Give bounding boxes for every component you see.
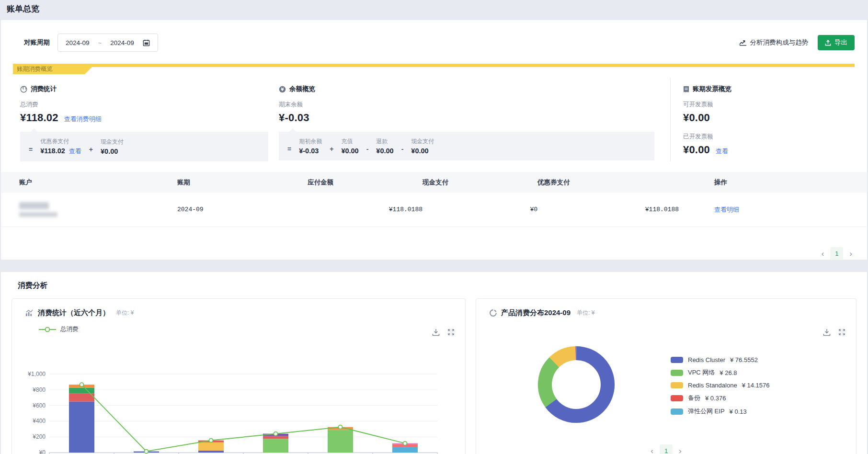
bar-segment[interactable] <box>69 393 94 401</box>
cash-cell: ¥0 <box>423 193 537 227</box>
balance-overview-panel: ¥ 余额概览 期末余额 ¥-0.03 = 期初余额 ¥-0.03 + 充值 ¥0… <box>279 78 670 161</box>
next-page-arrow[interactable]: › <box>677 447 683 454</box>
date-range-picker[interactable]: 2024-09 ~ 2024-09 <box>57 34 158 52</box>
invoice-icon <box>683 86 689 93</box>
download-icon[interactable] <box>432 329 440 338</box>
trend-chart-card: 消费统计（近六个月） 单位: ¥ 总消费 ¥0¥200¥400¥600¥800¥… <box>11 298 466 454</box>
fullscreen-icon[interactable] <box>447 329 455 338</box>
invoiced-view-link[interactable]: 查看 <box>716 147 728 156</box>
col-coupon: 优惠券支付 <box>537 172 679 193</box>
col-action: 操作 <box>679 172 867 193</box>
donut-chart-plot <box>533 341 620 428</box>
legend-value: ¥ 26.8 <box>720 369 737 376</box>
line-point[interactable] <box>274 432 278 436</box>
date-to-value[interactable]: 2024-09 <box>110 39 134 46</box>
svg-text:¥1,000: ¥1,000 <box>27 371 46 377</box>
pie-legend: Redis Cluster¥ 76.5552VPC 网络¥ 26.8Redis … <box>671 356 769 416</box>
pie-pagination: ‹ 1 › <box>476 444 856 454</box>
pie-legend-item[interactable]: Redis Standalone¥ 14.1576 <box>671 382 769 389</box>
legend-label: 备份 <box>688 394 700 402</box>
bar-segment[interactable] <box>263 436 288 439</box>
date-from-value[interactable]: 2024-09 <box>66 39 90 46</box>
invoiced-value: ¥0.00 <box>683 144 710 156</box>
invoiceable-value: ¥0.00 <box>683 112 710 124</box>
legend-label: VPC 网络 <box>688 368 715 377</box>
page-number[interactable]: 1 <box>830 247 843 260</box>
col-cash: 现金支付 <box>423 172 537 193</box>
bar-segment[interactable] <box>198 451 224 453</box>
bar-segment[interactable] <box>69 388 94 393</box>
account-cell <box>1 193 159 227</box>
balance-formula: = 期初余额 ¥-0.03 + 充值 ¥0.00 - 退款 ¥0.00 - 现金… <box>279 132 654 160</box>
coupon-pay-view-link[interactable]: 查看 <box>69 147 81 156</box>
legend-label: 弹性公网 EIP <box>688 407 725 416</box>
pie-legend-item[interactable]: 弹性公网 EIP¥ 0.13 <box>671 407 769 416</box>
pie-chart-title: 产品消费分布2024-09 <box>501 308 571 318</box>
legend-label: Redis Standalone <box>688 382 737 389</box>
account-redacted <box>19 202 49 209</box>
view-consumption-detail-link[interactable]: 查看消费明细 <box>64 115 102 124</box>
col-payable: 应付金额 <box>308 172 423 193</box>
pie-chart-card: 产品消费分布2024-09 单位: ¥ Redis Cluster¥ 76.55… <box>476 298 857 454</box>
table-pagination: ‹ 1 › <box>1 247 854 260</box>
trend-analyze-icon <box>739 39 747 46</box>
consumption-stats-panel: 消费统计 总消费 ¥118.02 查看消费明细 = 优惠券支付 ¥118.02 … <box>20 78 279 161</box>
analyze-trend-link[interactable]: 分析消费构成与趋势 <box>739 38 809 47</box>
table-header-row: 账户 账期 应付金额 现金支付 优惠券支付 操作 <box>1 172 867 193</box>
bar-segment[interactable] <box>392 447 418 453</box>
donut-chart-icon <box>490 309 497 317</box>
line-point[interactable] <box>209 439 213 443</box>
banner-tab-label: 账期消费概览 <box>13 64 95 74</box>
consumption-formula: = 优惠券支付 ¥118.02 查看 + 现金支付 ¥0.00 <box>20 132 268 161</box>
pie-legend-item[interactable]: 备份¥ 0.376 <box>671 394 769 402</box>
page-number[interactable]: 1 <box>660 444 673 454</box>
legend-chip <box>671 395 683 401</box>
legend-total-consumption[interactable]: 总消费 <box>39 325 465 333</box>
ending-balance-label: 期末余额 <box>279 101 670 109</box>
table-row: 2024-09 ¥118.0188 ¥0 ¥118.0188 查看明细 <box>1 193 867 227</box>
export-button[interactable]: 导出 <box>818 35 855 50</box>
prev-page-arrow[interactable]: ‹ <box>649 447 655 454</box>
line-series-marker <box>39 327 56 332</box>
download-icon[interactable] <box>823 329 831 338</box>
line-point[interactable] <box>145 450 148 454</box>
legend-chip <box>671 370 683 376</box>
payable-cell: ¥118.0188 <box>308 193 423 227</box>
line-point[interactable] <box>80 383 84 386</box>
col-account: 账户 <box>1 172 159 193</box>
ending-balance-value: ¥-0.03 <box>279 112 309 124</box>
legend-value: ¥ 0.376 <box>705 395 726 402</box>
pie-legend-item[interactable]: VPC 网络¥ 26.8 <box>671 368 769 377</box>
pie-chart-unit: 单位: ¥ <box>577 309 594 317</box>
pie-legend-item[interactable]: Redis Cluster¥ 76.5552 <box>671 356 769 363</box>
bar-segment[interactable] <box>263 439 288 453</box>
line-point[interactable] <box>339 425 343 429</box>
svg-text:¥200: ¥200 <box>32 433 46 440</box>
fullscreen-icon[interactable] <box>838 329 845 338</box>
svg-text:¥0: ¥0 <box>39 449 46 454</box>
bar-segment[interactable] <box>69 401 94 453</box>
billing-overview-card: 对账周期 2024-09 ~ 2024-09 分析消费构成与趋势 <box>1 20 867 260</box>
trend-chart-unit: 单位: ¥ <box>116 309 134 317</box>
coupon-cell: ¥118.0188 <box>537 193 679 227</box>
bar-segment[interactable] <box>328 430 353 453</box>
banner-bar <box>85 64 855 67</box>
invoiced-label: 已开发票额 <box>683 133 855 141</box>
prev-page-arrow[interactable]: ‹ <box>820 250 826 258</box>
svg-text:¥400: ¥400 <box>32 418 46 424</box>
period-filter-label: 对账周期 <box>24 38 50 47</box>
view-detail-link[interactable]: 查看明细 <box>714 206 739 213</box>
account-id-redacted <box>19 212 57 217</box>
next-page-arrow[interactable]: › <box>848 250 854 258</box>
calendar-icon[interactable] <box>143 39 150 46</box>
total-consumption-label: 总消费 <box>20 101 279 109</box>
legend-chip <box>671 382 683 388</box>
balance-icon: ¥ <box>279 86 286 93</box>
legend-value: ¥ 14.1576 <box>742 382 770 389</box>
bar-segment[interactable] <box>198 443 224 451</box>
line-point[interactable] <box>403 442 407 445</box>
svg-text:¥: ¥ <box>281 87 284 91</box>
analysis-title: 消费分析 <box>18 281 857 291</box>
legend-value: ¥ 0.13 <box>730 408 747 415</box>
invoice-overview-panel: 账期发票概览 可开发票额 ¥0.00 已开发票额 ¥0.00 查看 <box>670 78 855 161</box>
